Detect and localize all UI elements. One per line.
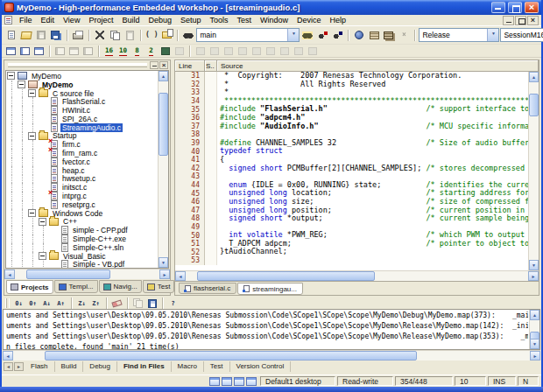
dock-grip[interactable] [8,63,147,67]
editor-body[interactable]: 31 * Copyright: 2007 Renesas Technology … [175,72,539,270]
breakpoint-gutter[interactable] [205,231,217,240]
radix-binary-button[interactable]: 2 [145,46,158,57]
line-number[interactable]: 36 [175,114,205,122]
tree-expander[interactable] [39,252,46,260]
scroll-track[interactable] [15,270,159,279]
menu-project[interactable]: Project [84,16,117,24]
code-line[interactable]: 44 enum {IDLE = 0x00, RUNNING} state; /*… [175,181,528,190]
panel-close-button[interactable] [159,61,168,69]
mdi-close-button[interactable] [527,16,539,25]
arrange-icons-button[interactable] [32,46,46,57]
tree-item[interactable]: StreamingAudio.c [7,123,157,132]
line-number[interactable]: 42 [175,164,205,173]
tree-horizontal-scrollbar[interactable] [4,269,170,279]
dock-pin-button[interactable] [150,61,159,69]
cut-button[interactable] [93,28,107,43]
tree-vertical-scrollbar[interactable] [158,71,168,268]
radix-octal-button[interactable]: 8 [130,46,144,57]
breakpoint-gutter[interactable] [205,156,217,164]
output-tab-build[interactable]: Build [55,361,84,372]
scroll-track[interactable] [186,271,528,281]
tab-templ[interactable]: Templ... [54,280,98,293]
tree-item[interactable]: firm.c [7,140,157,149]
line-number[interactable]: 43 [175,172,205,181]
code-line[interactable]: 33 * [175,88,528,97]
compile-button[interactable] [352,28,366,43]
scroll-track[interactable] [159,81,168,257]
breakpoint-gutter[interactable] [205,223,217,232]
desktop-layout-3-button[interactable] [234,377,244,386]
code-line[interactable]: 40typedef struct [175,147,528,156]
find-previous-button[interactable] [330,28,344,43]
file-tab-flashserial-c[interactable]: flashserial.c [179,283,236,294]
breakpoint-gutter[interactable] [205,240,217,248]
line-number[interactable]: 39 [175,139,205,148]
scroll-right-button[interactable] [159,270,170,279]
line-number[interactable]: 52 [175,248,205,256]
find-next-button[interactable] [315,28,329,43]
scroll-track[interactable] [529,82,539,260]
sort-by-line-desc-button[interactable]: 0↑ [26,298,39,309]
tree-expander[interactable] [28,89,36,97]
breakpoint-gutter[interactable] [205,122,217,131]
breakpoint-gutter[interactable] [205,248,217,256]
breakpoint-gutter[interactable] [205,97,217,106]
breakpoint-gutter[interactable] [205,105,217,114]
breakpoint-gutter[interactable] [205,206,217,215]
tree-item[interactable]: C source file [7,89,157,98]
scroll-thumb[interactable] [159,93,168,156]
tree-item[interactable]: MyDemo [7,80,157,89]
code-line[interactable]: 36#include "adpcm4.h" [175,114,528,122]
output-tab-version-control[interactable]: Version Control [230,361,292,372]
output-tab-test[interactable]: Test [204,361,230,372]
scroll-down-button[interactable] [529,260,539,270]
tree-item[interactable]: Visual_Basic [7,252,157,261]
scroll-left-button[interactable] [4,270,15,279]
breakpoint-gutter[interactable] [205,72,217,80]
output-tab-find-in-files[interactable]: Find in Files [117,361,172,372]
scroll-down-button[interactable] [530,339,539,349]
editor-horizontal-scrollbar[interactable] [175,270,539,281]
save-all-button[interactable] [49,28,63,43]
tree-item[interactable]: Simple-C++.exe [7,234,157,243]
tree-item[interactable]: Windows Code [7,209,157,218]
line-number[interactable]: 37 [175,122,205,131]
output-tab-flash[interactable]: Flash [25,361,55,372]
build-all-button[interactable] [382,28,396,43]
tab-navig[interactable]: Navig... [99,280,142,293]
code-line[interactable]: 49 [175,223,528,232]
tree-expander[interactable] [39,218,46,226]
breakpoint-gutter[interactable] [205,172,217,181]
menu-test[interactable]: Test [233,16,257,24]
sort-by-line-asc-button[interactable]: 0↓ [12,298,25,309]
menu-window[interactable]: Window [256,16,293,24]
code-line[interactable]: 37#include "AudioInfo.h" /* MCU specific… [175,122,528,131]
code-line[interactable]: 32 * All Rights Reserved [175,80,528,89]
tree-item[interactable]: initsct.c [7,183,157,192]
code-line[interactable]: 39#define CHANNEL_SAMPLES 32 /* Size of … [175,139,528,148]
code-line[interactable]: 35#include "FlashSerial.h" /* support in… [175,105,528,114]
radix-decimal-button[interactable]: 10 [116,46,130,57]
tree-expander[interactable] [7,72,15,80]
tree-item[interactable]: simple - CPP.pdf [7,226,157,234]
tree-item[interactable]: FlashSerial.c [7,97,157,106]
configuration-combo[interactable]: Release [419,28,499,42]
code-line[interactable]: 34 *************************************… [175,97,528,106]
print-button[interactable] [71,28,85,43]
sort-type-asc-button[interactable]: Z↓ [75,298,88,309]
tree-item[interactable]: hwsetup.c [7,175,157,184]
code-line[interactable]: 42 signed short PCMBuffer[2][CHANNEL_SAM… [175,164,528,173]
tree-item[interactable]: firm_ram.c [7,149,157,158]
help-button[interactable]: ? [166,298,180,309]
scroll-thumb[interactable] [45,351,417,360]
breakpoint-gutter[interactable] [205,181,217,190]
line-number[interactable]: 34 [175,97,205,106]
breakpoint-gutter[interactable] [205,189,217,198]
output-horizontal-scrollbar[interactable] [3,350,540,360]
scroll-track[interactable] [13,351,530,360]
code-line[interactable]: 41{ [175,156,528,164]
line-number[interactable]: 40 [175,147,205,156]
new-file-button[interactable] [4,28,18,43]
view-disassembly-button[interactable] [159,46,172,57]
output-tab-macro[interactable]: Macro [172,361,204,372]
